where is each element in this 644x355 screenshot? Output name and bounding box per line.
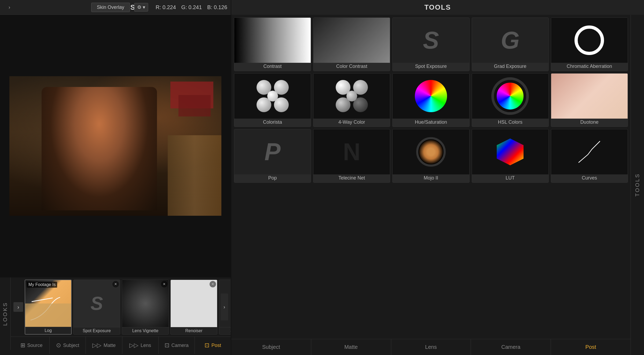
tab-post[interactable]: Post [551,339,631,355]
top-bar-right: TOOLS [231,0,644,15]
grad-g-letter-icon: G [501,27,519,54]
video-person [42,87,157,210]
tool-hue-sat[interactable]: Hue/Saturation [392,73,469,127]
tool-name-pop: Pop [268,175,277,181]
tool-thumb-telecine: N [313,129,390,174]
tool-curves[interactable]: Curves [551,129,628,183]
colorista-bg [234,74,311,119]
tool-thumb-curves [551,129,628,174]
r-value: R: 0.224 [156,4,176,10]
post-label: Post [211,343,221,348]
tool-name-huesat: Hue/Saturation [415,119,447,125]
tool-thumb-color-contrast [313,18,390,63]
film-name-lens: Lens Vignette [122,327,169,334]
grad-exposure-bg: G [472,18,548,63]
tool-hsl[interactable]: HSL Colors [472,73,549,127]
tool-duotone[interactable]: Duotone [551,73,628,127]
gear-icon: ⚙ [137,4,141,10]
tool-colorista[interactable]: Colorista [234,73,311,127]
tab-subject[interactable]: Subject [231,339,311,355]
tool-spot-exposure[interactable]: S Spot Exposure [392,17,469,71]
tool-thumb-colorista [234,74,311,119]
film-item-renoiser[interactable]: × Renoiser [170,280,217,335]
video-boxes-area [165,82,213,135]
mojo-circle-icon [416,137,446,167]
tool-mojo[interactable]: Mojo II [392,129,469,183]
tool-thumb-contrast [234,18,311,63]
film-name-4way: 4-Way Color [219,327,231,334]
tool-color-contrast[interactable]: Color Contrast [313,17,390,71]
film-thumb-lens [122,280,169,327]
tab-matte[interactable]: Matte [311,339,391,355]
tab-camera[interactable]: Camera [471,339,551,355]
hsl-circle-icon [494,80,526,112]
main-layout: LOOKS › My Footage Is Log [0,15,644,355]
film-close-renoiser[interactable]: × [210,281,216,287]
tool-telecine[interactable]: N Telecine Net [313,129,390,183]
nav-post[interactable]: ⊡ Post [195,337,231,354]
tool-name-curves: Curves [582,175,597,181]
tools-vert-text: TOOLS [634,173,641,196]
filmstrip-left-arrow[interactable]: › [13,302,23,312]
tool-name-color-contrast: Color Contrast [336,64,367,69]
curves-bg [551,129,628,174]
tool-chromatic[interactable]: Chromatic Aberration [551,17,628,71]
tool-name-colorista: Colorista [263,119,282,125]
subject-label: Subject [63,343,79,348]
gear-button[interactable]: ⚙ ▾ [134,3,148,12]
huesat-bg [393,74,469,119]
matte-icon: ▷▷ [92,342,101,349]
fourway-balls [336,80,368,112]
mini-4way-balls [230,291,231,316]
red-box2 [178,95,211,116]
hsl-bg [472,74,548,119]
colorista-balls [257,80,289,112]
tool-thumb-pop: P [234,129,311,174]
film-item-lens[interactable]: × Lens Vignette [122,280,169,335]
tool-lut[interactable]: LUT [472,129,549,183]
tool-grad-exposure[interactable]: G Grad Exposure [472,17,549,71]
tab-lens[interactable]: Lens [391,339,471,355]
tool-4way[interactable]: 4-Way Color [313,73,390,127]
nav-lens[interactable]: ▷▷ Lens [122,337,159,354]
nav-source[interactable]: ⊞ Source [13,337,50,354]
film-close-spot[interactable]: × [112,281,119,287]
film-name-renoiser: Renoiser [171,327,217,334]
lens-icon: ▷▷ [129,342,138,349]
telecine-bg: N [313,129,390,174]
rgb-display: R: 0.224 G: 0.241 B: 0.126 Zoo [156,4,242,10]
expand-button[interactable]: › [5,3,13,11]
g-value: G: 0.241 [181,4,202,10]
film-item-log[interactable]: My Footage Is Log [25,280,72,335]
nav-subject[interactable]: ⊙ Subject [50,337,86,354]
tool-thumb-grad: G [472,18,548,63]
source-icon: ⊞ [20,342,25,349]
tools-row-3: P Pop N Telecine Net [234,129,628,183]
pop-p-letter-icon: P [265,138,281,166]
tool-name-grad: Grad Exposure [494,64,526,69]
pop-bg: P [234,129,311,174]
tool-thumb-mojo [393,129,469,174]
camera-icon: ⊡ [164,342,169,349]
right-panel: Contrast Color Contrast S Spot Exposure [231,15,631,355]
film-close-lens[interactable]: × [161,281,167,287]
film-item-spot[interactable]: × S Spot Exposure [73,280,120,335]
tool-contrast[interactable]: Contrast [234,17,311,71]
duotone-bg [551,74,628,119]
ball-4way-center [346,91,357,101]
skin-overlay-button[interactable]: Skin Overlay [91,3,130,12]
contrast-gradient [234,18,311,63]
nav-matte[interactable]: ▷▷ Matte [86,337,122,354]
lut-cube-icon [497,138,524,165]
tool-thumb-spot: S [393,18,469,63]
filmstrip-right-arrow[interactable]: › [221,294,228,320]
nav-camera[interactable]: ⊡ Camera [159,337,195,354]
tools-row-2: Colorista [234,73,628,127]
tool-thumb-4way [313,74,390,119]
spot-s-icon: S [90,293,103,314]
top-bar-left: › SCOPES Skin Overlay ⚙ ▾ R: 0.224 G: 0.… [0,3,231,12]
subject-icon: ⊙ [56,342,61,349]
tool-pop[interactable]: P Pop [234,129,311,183]
bottom-nav: ⊞ Source ⊙ Subject ▷▷ Matte ▷▷ Lens ⊡ [0,336,231,354]
spot-s-letter-icon: S [423,27,439,54]
